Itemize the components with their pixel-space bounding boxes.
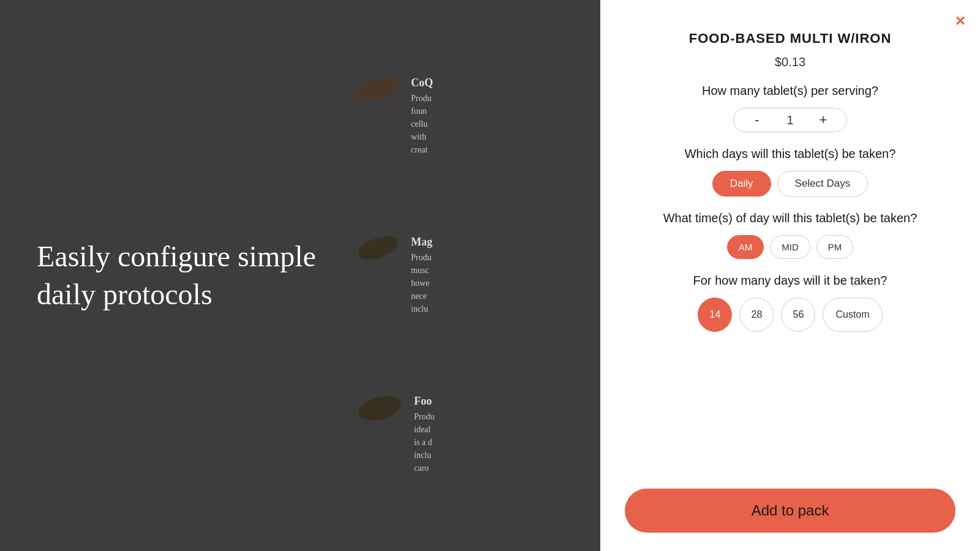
duration-56-button[interactable]: 56 [781,298,815,332]
modal-backdrop: × FOOD-BASED MULTI W/IRON $0.13 How many… [0,0,980,551]
duration-section: For how many days will it be taken? 14 2… [625,274,956,332]
days-options-group: Daily Select Days [712,171,869,197]
days-section: Which days will this tablet(s) be taken?… [625,147,956,197]
serving-question: How many tablet(s) per serving? [702,84,878,98]
serving-section: How many tablet(s) per serving? - 1 + [625,84,956,132]
am-button[interactable]: AM [727,235,764,259]
time-question: What time(s) of day will this tablet(s) … [663,211,918,225]
serving-count: 1 [784,113,796,127]
duration-14-button[interactable]: 14 [698,298,732,332]
add-to-pack-button[interactable]: Add to pack [625,489,956,533]
mid-button[interactable]: MID [770,235,810,259]
duration-options-group: 14 28 56 Custom [698,298,882,332]
select-days-button[interactable]: Select Days [777,171,869,197]
close-button[interactable]: × [956,12,965,29]
pm-button[interactable]: PM [816,235,854,259]
days-question: Which days will this tablet(s) be taken? [685,147,896,161]
daily-button[interactable]: Daily [712,171,771,197]
duration-28-button[interactable]: 28 [739,298,774,332]
quantity-stepper: - 1 + [733,108,847,132]
time-options-group: AM MID PM [727,235,854,259]
increment-button[interactable]: + [815,112,832,128]
modal-price: $0.13 [775,55,805,69]
decrement-button[interactable]: - [748,112,766,128]
modal: × FOOD-BASED MULTI W/IRON $0.13 How many… [600,0,980,551]
duration-custom-button[interactable]: Custom [823,298,882,332]
duration-question: For how many days will it be taken? [693,274,888,288]
time-section: What time(s) of day will this tablet(s) … [625,211,956,259]
modal-title: FOOD-BASED MULTI W/IRON [689,31,892,47]
